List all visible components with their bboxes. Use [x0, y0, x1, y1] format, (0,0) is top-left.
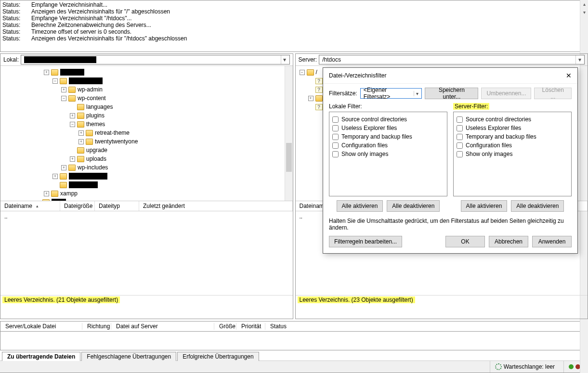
apply-button[interactable]: Anwenden: [532, 236, 572, 247]
tree-item[interactable]: themes: [86, 121, 105, 128]
local-deactivate-all-button[interactable]: Alle deaktivieren: [387, 200, 440, 212]
server-activate-all-button[interactable]: Alle aktivieren: [461, 200, 508, 212]
filter-check[interactable]: Show only images: [332, 150, 444, 158]
ok-button[interactable]: OK: [445, 236, 485, 247]
filter-check[interactable]: Useless Explorer files: [457, 124, 568, 132]
queue-status: Warteschlange: leer: [504, 363, 555, 370]
local-label: Lokal:: [3, 56, 19, 63]
status-line: Anzeigen des Verzeichnisinhalts für "/ht…: [31, 35, 187, 42]
server-filters-list: Source control directories Useless Explo…: [453, 112, 572, 196]
folder-icon: [51, 191, 58, 197]
local-activate-all-button[interactable]: Alle aktivieren: [337, 200, 383, 212]
save-as-button[interactable]: Speichern unter...: [425, 88, 478, 99]
filter-check[interactable]: Show only images: [457, 150, 568, 158]
server-filter-status: Leeres Verzeichnis. (23 Objekte ausgefil…: [298, 296, 415, 303]
status-line: Empfange Verzeichnisinhalt "/htdocs"...: [31, 15, 132, 22]
col-size[interactable]: Größe: [214, 323, 236, 330]
cancel-button[interactable]: Abbrechen: [489, 236, 528, 247]
folder-icon: [42, 199, 50, 201]
tree-item[interactable]: uploads: [86, 155, 106, 162]
bottom-tabs: Zu übertragende Dateien Fehlgeschlagene …: [0, 350, 588, 360]
status-line: Anzeigen des Verzeichnisinhalts für "/" …: [31, 8, 170, 15]
unknown-folder-icon: ?: [315, 87, 323, 93]
tab-successful-transfers[interactable]: Erfolgreiche Übertragungen: [177, 352, 259, 361]
local-panel: Lokal: ▾ + − +wp-admin −wp-content langu…: [0, 53, 293, 319]
tree-item[interactable]: wp-includes: [78, 164, 108, 171]
col-type[interactable]: Dateityp: [95, 201, 139, 211]
server-filters-title: Server-Filter:: [453, 103, 489, 110]
filter-check[interactable]: Configuration files: [457, 141, 568, 150]
status-scrollbar[interactable]: ▴▾: [580, 0, 588, 52]
folder-icon: [51, 69, 58, 76]
tab-failed-transfers[interactable]: Fehlgeschlagene Übertragungen: [81, 352, 176, 361]
chevron-down-icon[interactable]: ▾: [575, 55, 583, 64]
filter-check[interactable]: Temporary and backup files: [457, 132, 568, 141]
folder-icon: [86, 139, 93, 145]
queue-list[interactable]: [0, 332, 588, 350]
tree-item[interactable]: upgrade: [86, 147, 107, 154]
col-filename[interactable]: Dateiname: [0, 201, 60, 211]
chevron-down-icon: ▾: [414, 91, 418, 96]
server-path-value: /htdocs: [322, 56, 341, 63]
rename-button: Umbenennen...: [481, 88, 531, 99]
col-remote-file[interactable]: Datei auf Server: [111, 323, 214, 330]
folder-icon: [77, 113, 84, 119]
server-label: Server:: [299, 56, 317, 63]
filterset-selected: <Eigener Filtersatz>: [364, 87, 412, 100]
folder-icon: [77, 121, 84, 128]
col-size[interactable]: Dateigröße: [60, 201, 95, 211]
dialog-hint: Halten Sie die Umschalttaste gedrückt, u…: [323, 218, 577, 236]
gear-icon[interactable]: [495, 363, 502, 370]
local-tree[interactable]: + − +wp-admin −wp-content languages +plu…: [0, 66, 293, 201]
tree-item[interactable]: /: [316, 69, 317, 76]
col-local-file[interactable]: Server/Lokale Datei: [0, 323, 82, 330]
tree-item[interactable]: twentytwentyone: [95, 138, 138, 145]
list-item-parent[interactable]: ..: [2, 213, 291, 220]
tree-item[interactable]: languages: [86, 103, 113, 110]
tab-queued-files[interactable]: Zu übertragende Dateien: [2, 352, 80, 361]
folder-icon: [68, 95, 76, 102]
col-priority[interactable]: Priorität: [236, 323, 265, 330]
folder-icon: [60, 182, 67, 188]
tree-item[interactable]: retreat-theme: [95, 129, 130, 136]
tree-item[interactable]: plugins: [86, 112, 105, 119]
filtersets-label: Filtersätze:: [329, 90, 357, 97]
edit-filter-rules-button[interactable]: Filterregeln bearbeiten...: [329, 236, 402, 247]
status-line: Berechne Zeitzonenabweichung des Servers…: [31, 22, 151, 28]
server-path-input[interactable]: /htdocs ▾: [319, 55, 585, 64]
filterset-select[interactable]: <Eigener Filtersatz> ▾: [360, 88, 422, 99]
filter-check[interactable]: Useless Explorer files: [332, 124, 444, 132]
led-green-icon: [569, 364, 574, 369]
folder-icon: [60, 173, 67, 180]
folder-icon: [307, 69, 314, 76]
server-deactivate-all-button[interactable]: Alle deaktivieren: [511, 200, 564, 212]
chevron-down-icon[interactable]: ▾: [281, 55, 288, 64]
filter-check[interactable]: Source control directories: [457, 115, 568, 124]
local-filters-title: Lokale Filter:: [329, 103, 447, 110]
tree-item[interactable]: wp-admin: [78, 86, 103, 93]
status-label: Status:: [2, 1, 23, 8]
local-tree-scrollbar[interactable]: [285, 66, 293, 201]
tree-item[interactable]: wp-content: [78, 95, 106, 102]
folder-icon: [77, 104, 84, 110]
local-file-columns[interactable]: Dateiname Dateigröße Dateityp Zuletzt ge…: [0, 201, 293, 211]
dialog-title-text: Datei-/Verzeichnisfilter: [329, 72, 386, 79]
status-line: Timezone offset of server is 0 seconds.: [31, 28, 131, 35]
local-file-list[interactable]: ..: [0, 211, 293, 295]
redacted-path: [24, 56, 96, 63]
tree-item[interactable]: xampp: [60, 190, 78, 197]
unknown-folder-icon: ?: [315, 78, 323, 84]
local-path-input[interactable]: ▾: [21, 55, 289, 64]
folder-icon: [77, 147, 84, 154]
col-direction[interactable]: Richtung: [82, 323, 111, 330]
delete-button: Löschen ...: [534, 88, 572, 99]
queue-columns[interactable]: Server/Lokale Datei Richtung Datei auf S…: [0, 321, 588, 332]
close-icon[interactable]: ✕: [566, 72, 572, 79]
col-changed[interactable]: Zuletzt geändert: [139, 201, 293, 211]
folder-icon: [60, 78, 67, 84]
filter-check[interactable]: Temporary and backup files: [332, 132, 444, 141]
col-status[interactable]: Status: [265, 323, 588, 330]
filter-check[interactable]: Source control directories: [332, 115, 444, 124]
filter-check[interactable]: Configuration files: [332, 141, 444, 150]
folder-icon: [68, 87, 76, 93]
